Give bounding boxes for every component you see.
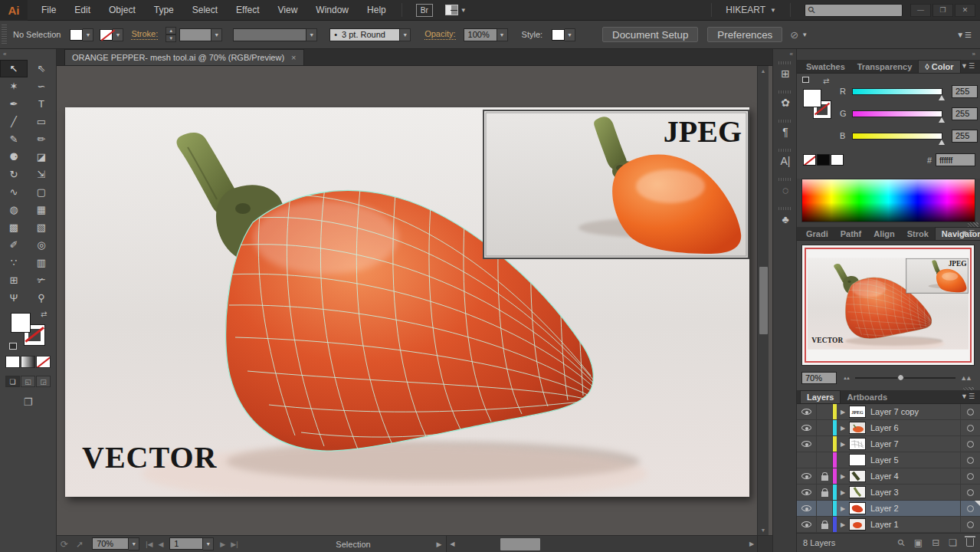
- menu-effect[interactable]: Effect: [227, 0, 268, 21]
- pointer-options-icon[interactable]: ⊘: [790, 29, 798, 41]
- expand-arrow-icon[interactable]: ▶: [837, 489, 849, 496]
- brushes-panel-icon[interactable]: ✿: [773, 89, 798, 118]
- width-tool[interactable]: ∿: [0, 183, 28, 201]
- style-dropdown[interactable]: ▼: [552, 28, 575, 41]
- draw-behind-button[interactable]: ◱: [21, 376, 35, 387]
- document-setup-button[interactable]: Document Setup: [602, 27, 698, 42]
- search-input[interactable]: [815, 5, 892, 15]
- menu-help[interactable]: Help: [358, 0, 395, 21]
- layer-row-layer-3[interactable]: ▶Layer 3: [797, 485, 980, 501]
- panel-menu-icon[interactable]: ▼☰: [961, 393, 975, 400]
- blob-brush-tool[interactable]: ⚈: [0, 148, 28, 166]
- visibility-cell[interactable]: [797, 517, 817, 532]
- close-button[interactable]: ✕: [955, 4, 975, 17]
- black-swatch[interactable]: [817, 154, 830, 166]
- variable-width-dropdown[interactable]: ▼: [233, 28, 317, 41]
- expand-arrow-icon[interactable]: ▶: [837, 409, 849, 416]
- visibility-cell[interactable]: [797, 485, 817, 500]
- layer-name[interactable]: Layer 4: [870, 472, 960, 481]
- selection-tool[interactable]: ↖: [0, 60, 28, 77]
- scroll-right-icon[interactable]: ▶: [746, 536, 757, 552]
- new-layer-icon[interactable]: ❏: [949, 537, 957, 548]
- status-popup-icon[interactable]: ▶: [437, 540, 442, 548]
- target-cell[interactable]: [960, 420, 980, 435]
- opacity-dropdown[interactable]: 100% ▼: [464, 28, 508, 41]
- expand-arrow-icon[interactable]: ▶: [837, 505, 849, 512]
- target-cell[interactable]: [960, 517, 980, 532]
- symbol-sprayer-tool[interactable]: ∵: [0, 254, 28, 271]
- tab-gradi[interactable]: Gradi: [800, 227, 834, 240]
- panel-grip[interactable]: [2, 25, 7, 44]
- scale-tool[interactable]: ⇲: [28, 166, 55, 183]
- lock-cell[interactable]: [817, 420, 833, 435]
- slider-thumb-icon[interactable]: [939, 140, 945, 145]
- toolbar-collapse-icon[interactable]: «: [0, 49, 56, 60]
- perspective-grid-tool[interactable]: ▦: [28, 201, 55, 219]
- locate-object-icon[interactable]: ⚲: [895, 536, 907, 548]
- arrange-documents-button[interactable]: ▼: [445, 5, 467, 15]
- visibility-cell[interactable]: [797, 468, 817, 484]
- menu-select[interactable]: Select: [183, 0, 227, 21]
- tab-pathf[interactable]: Pathf: [834, 227, 868, 240]
- channel-slider-b[interactable]: [852, 133, 942, 140]
- visibility-cell[interactable]: [797, 404, 817, 419]
- step-down-icon[interactable]: ▼: [166, 34, 176, 42]
- menu-file[interactable]: File: [32, 0, 65, 21]
- expand-arrow-icon[interactable]: ▶: [837, 425, 849, 432]
- artboard[interactable]: [65, 107, 749, 497]
- color-button[interactable]: [5, 356, 20, 368]
- layer-thumbnail[interactable]: [849, 502, 866, 514]
- paragraph-panel-icon[interactable]: ¶: [773, 118, 798, 147]
- slider-thumb-icon[interactable]: [939, 117, 945, 123]
- close-icon[interactable]: ×: [291, 53, 296, 62]
- document-tab[interactable]: ORANGE PEPPER- mesh tool.ai @ 70% (RGB/P…: [64, 49, 304, 65]
- visibility-cell[interactable]: [797, 436, 817, 452]
- expand-arrow-icon[interactable]: ▶: [837, 521, 849, 528]
- channel-value-g[interactable]: 255: [952, 107, 978, 120]
- shape-builder-tool[interactable]: ◍: [0, 201, 28, 219]
- character-panel-icon[interactable]: A|: [773, 147, 798, 176]
- layer-thumbnail[interactable]: [849, 438, 866, 450]
- panel-menu-icon[interactable]: ▼☰: [961, 62, 975, 70]
- menu-view[interactable]: View: [269, 0, 307, 21]
- sync-icon[interactable]: ⟳: [61, 539, 68, 550]
- preferences-button[interactable]: Preferences: [707, 27, 782, 42]
- none-swatch[interactable]: [803, 154, 816, 166]
- delete-layer-icon[interactable]: [966, 538, 974, 547]
- slider-thumb-icon[interactable]: [939, 95, 945, 100]
- lock-cell[interactable]: [817, 485, 833, 500]
- magic-wand-tool[interactable]: ✶: [0, 77, 28, 95]
- swap-fill-stroke-icon[interactable]: ⇄: [823, 77, 829, 85]
- white-swatch[interactable]: [831, 154, 844, 166]
- layer-row-layer-4[interactable]: ▶Layer 4: [797, 468, 980, 485]
- lock-cell[interactable]: [817, 404, 833, 419]
- lock-cell[interactable]: [817, 452, 833, 468]
- stroke-color-dropdown[interactable]: ▼: [100, 28, 123, 41]
- new-sublayer-icon[interactable]: ⊟: [932, 537, 939, 548]
- target-cell[interactable]: [960, 436, 980, 452]
- paintbrush-tool[interactable]: ✎: [0, 130, 28, 148]
- menu-type[interactable]: Type: [145, 0, 183, 21]
- layer-name[interactable]: Layer 7 copy: [870, 407, 960, 416]
- zoom-dropdown[interactable]: 70% ▼: [92, 537, 139, 550]
- last-artboard-icon[interactable]: ▶|: [231, 540, 238, 548]
- layer-thumbnail[interactable]: JPEG: [849, 406, 866, 418]
- default-fill-stroke-icon[interactable]: [9, 343, 17, 350]
- channel-slider-g[interactable]: [852, 110, 942, 117]
- maximize-button[interactable]: ❐: [932, 4, 953, 17]
- tab-strok[interactable]: Strok: [901, 227, 935, 240]
- eraser-tool[interactable]: ◪: [28, 148, 55, 166]
- fill-proxy[interactable]: [11, 313, 31, 333]
- menu-edit[interactable]: Edit: [65, 0, 100, 21]
- hand-tool[interactable]: Ψ: [0, 289, 28, 307]
- artboards-panel-icon[interactable]: ⊞: [773, 60, 798, 89]
- target-cell[interactable]: [960, 468, 980, 484]
- line-tool[interactable]: ╱: [0, 113, 28, 130]
- layer-name[interactable]: Layer 1: [870, 520, 960, 529]
- visibility-cell[interactable]: [797, 452, 817, 468]
- bridge-button[interactable]: Br: [416, 4, 433, 17]
- zoom-tool[interactable]: ⚲: [28, 289, 55, 307]
- scroll-up-icon[interactable]: ▲: [758, 66, 769, 76]
- screen-mode-button[interactable]: ❐: [20, 396, 37, 408]
- tab-align[interactable]: Align: [867, 227, 901, 240]
